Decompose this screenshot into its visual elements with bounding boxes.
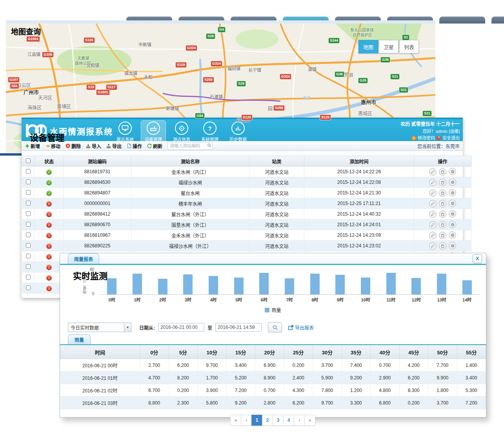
refresh-icon	[147, 143, 152, 148]
date-from-input[interactable]	[158, 323, 204, 332]
key-icon	[412, 136, 416, 140]
map-view-button-map[interactable]: 地图	[358, 40, 378, 53]
edit-icon[interactable]	[429, 200, 437, 207]
station-search-input[interactable]	[167, 142, 213, 150]
select-all-checkbox[interactable]	[26, 158, 31, 163]
pagination: «‹1234›»	[60, 415, 486, 426]
add-button[interactable]: 新增	[25, 143, 40, 149]
gear-icon[interactable]	[449, 189, 456, 196]
row-checkbox[interactable]	[26, 169, 31, 174]
row-checkbox[interactable]	[26, 254, 31, 258]
trash-icon[interactable]	[439, 221, 446, 229]
pagination-page-3[interactable]: 3	[273, 415, 284, 426]
pagination-next[interactable]: ›	[294, 415, 305, 426]
rainfall-value: 7.400	[342, 359, 371, 372]
gear-icon[interactable]	[449, 221, 456, 228]
map-view-button-satellite[interactable]: 卫星	[379, 40, 398, 53]
export-disk-icon	[106, 143, 111, 148]
row-checkbox[interactable]	[26, 232, 31, 237]
export-button[interactable]: 导出	[106, 143, 122, 149]
chart-x-tick: 2时	[150, 296, 175, 303]
row-checkbox[interactable]	[26, 190, 31, 195]
row-checkbox[interactable]	[26, 201, 31, 205]
trash-icon[interactable]	[439, 242, 446, 250]
chart-x-tick: 14时	[454, 296, 480, 303]
gear-icon[interactable]	[449, 210, 456, 218]
logout-link[interactable]: 安全退出	[442, 135, 460, 142]
nav-item-system-management[interactable]: ?系统管理	[197, 120, 222, 143]
tab-rainfall[interactable]: 雨量	[68, 334, 91, 344]
edit-icon[interactable]	[429, 232, 437, 239]
change-password-link[interactable]: 修改密码	[418, 135, 435, 142]
tab-rainfall-report[interactable]: 雨量报表	[68, 253, 99, 264]
trash-icon[interactable]	[439, 179, 446, 186]
rainfall-value: 3.400	[226, 359, 255, 372]
question-icon: ?	[203, 122, 217, 135]
data-range-select[interactable]: 今日实时数据 ▼	[68, 323, 131, 332]
user-greeting: 您好！admin [运维]	[400, 128, 460, 135]
rainfall-chart: 雨量（毫米） 80 0 0时1时2时3时4时5时6时7时8时9时10时11时12…	[60, 267, 486, 317]
operate-button[interactable]: 操作	[127, 143, 142, 149]
export-report-link[interactable]: 导出报表	[288, 324, 314, 331]
row-checkbox[interactable]	[26, 264, 31, 269]
gear-icon[interactable]	[449, 242, 456, 249]
query-button[interactable]	[268, 322, 282, 332]
edit-icon[interactable]	[429, 179, 437, 186]
power-icon	[437, 136, 441, 140]
date-to-input[interactable]	[215, 323, 262, 332]
background-tab[interactable]	[491, 16, 504, 24]
pagination-prev[interactable]: ‹	[241, 415, 252, 426]
rainfall-bar	[462, 280, 472, 294]
row-checkbox[interactable]	[26, 243, 31, 248]
nav-item-history-data[interactable]: 历史数据	[226, 120, 251, 143]
popup-tabstrip: 雨量报表 X	[60, 253, 486, 265]
close-icon[interactable]: X	[473, 254, 482, 263]
edit-icon[interactable]	[429, 221, 437, 229]
trash-icon[interactable]	[439, 200, 446, 207]
trash-icon[interactable]	[439, 189, 446, 197]
rainfall-value: 3.900	[198, 384, 227, 397]
move-button[interactable]: 移动	[45, 143, 60, 149]
pagination-last[interactable]: »	[304, 415, 315, 426]
edit-icon[interactable]	[429, 189, 437, 197]
pagination-first[interactable]: «	[230, 415, 241, 426]
refresh-button[interactable]: 刷新	[147, 143, 162, 149]
edit-icon[interactable]	[429, 211, 437, 218]
row-checkbox[interactable]	[26, 211, 31, 216]
background-tab[interactable]	[439, 16, 485, 24]
edit-icon[interactable]	[429, 242, 437, 250]
trash-icon[interactable]	[439, 211, 446, 218]
rainfall-bar	[234, 278, 244, 294]
edit-icon[interactable]	[429, 168, 437, 176]
station-code: 8816819731	[64, 167, 131, 177]
pagination-page-4[interactable]: 4	[283, 415, 294, 426]
gear-icon[interactable]	[449, 178, 456, 186]
pagination-page-2[interactable]: 2	[262, 415, 273, 426]
row-checkbox[interactable]	[26, 275, 31, 279]
rainfall-value: 5.200	[226, 372, 255, 384]
trash-icon[interactable]	[439, 232, 446, 239]
rainfall-value: 8.200	[169, 372, 198, 384]
nav-item-device-management[interactable]: 设备管理	[141, 120, 166, 143]
road-shield: G107	[8, 77, 20, 83]
import-button[interactable]: 导入	[86, 143, 101, 149]
row-time: 2016-06-21 01时	[60, 372, 140, 384]
nav-item-station-info[interactable]: 测点信息	[169, 120, 194, 143]
row-checkbox[interactable]	[26, 285, 31, 290]
trash-icon[interactable]	[439, 168, 446, 176]
column-header: 测站名称	[131, 156, 249, 167]
delete-button[interactable]: 删除	[66, 143, 81, 149]
map-label: 森林公园	[75, 60, 91, 66]
data-tabstrip: 雨量	[60, 336, 486, 345]
pagination-page-1[interactable]: 1	[251, 415, 262, 426]
nav-item-display-system[interactable]: 展示系统	[113, 120, 138, 143]
search-icon[interactable]	[207, 143, 211, 149]
gear-icon[interactable]	[449, 168, 456, 175]
rainfall-value: 3.700	[313, 359, 342, 372]
row-checkbox[interactable]	[26, 222, 31, 227]
column-header: 操作	[414, 156, 471, 167]
gear-icon[interactable]	[449, 200, 456, 207]
row-checkbox[interactable]	[26, 180, 31, 184]
gear-icon[interactable]	[449, 231, 456, 239]
map-view-button-list[interactable]: 列表	[399, 40, 419, 53]
